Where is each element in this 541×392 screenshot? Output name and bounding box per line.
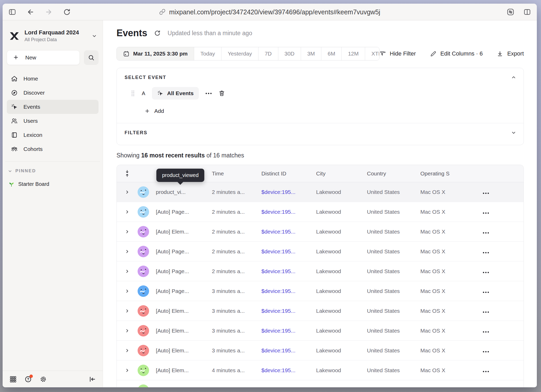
event-name-cell: [Auto] Elem... — [156, 328, 212, 334]
table-row[interactable]: [Auto] Page... 2 minutes a... $device:19… — [117, 202, 524, 222]
distinct-id-link[interactable]: $device:195... — [261, 288, 316, 294]
updated-status: Updated less than a minute ago — [168, 30, 252, 37]
row-more-options-icon[interactable] — [483, 232, 489, 234]
custom-date-button[interactable]: Mar 11, 2025 3:30 pm — [117, 47, 194, 60]
date-range-label: 3M — [307, 51, 315, 57]
expand-row-icon[interactable] — [125, 269, 130, 274]
sidebar-item-users[interactable]: Users — [7, 114, 99, 128]
distinct-id-link[interactable]: $device:195... — [261, 347, 316, 354]
row-more-options-icon[interactable] — [483, 331, 489, 333]
event-avatar — [138, 246, 149, 257]
column-header-time[interactable]: Time — [212, 170, 261, 177]
sidebar-item-label: Cohorts — [23, 146, 43, 152]
column-header-distinct-id[interactable]: Distinct ID — [261, 170, 316, 177]
table-row[interactable]: product_vi... 2 minutes a... $device:195… — [117, 182, 524, 202]
row-more-options-icon[interactable] — [483, 252, 489, 253]
distinct-id-link[interactable]: $device:195... — [261, 328, 316, 334]
date-range-button[interactable]: 6M — [321, 47, 341, 60]
date-range-button[interactable]: 12M — [341, 47, 365, 60]
split-view-icon[interactable] — [523, 8, 531, 16]
table-row[interactable]: [Auto] Elem... 2 minutes a... $device:19… — [117, 222, 524, 242]
date-range-button[interactable]: 30D — [278, 47, 301, 60]
row-more-options-icon[interactable] — [483, 371, 489, 372]
back-icon[interactable] — [27, 8, 34, 16]
sidebar-item-home[interactable]: Home — [7, 72, 99, 86]
table-row[interactable]: [Auto] Elem... 3 minutes a... $device:19… — [117, 341, 524, 360]
distinct-id-link[interactable]: $device:195... — [261, 367, 316, 373]
date-range-button[interactable]: XTD — [365, 47, 379, 60]
table-row[interactable]: [Auto] Elem... 3 minutes a... $device:19… — [117, 321, 524, 341]
add-event-button[interactable]: Add — [144, 108, 516, 114]
pinned-item-starter-board[interactable]: Starter Board — [8, 181, 103, 187]
distinct-id-link[interactable]: $device:195... — [261, 268, 316, 274]
row-more-options-icon[interactable] — [483, 272, 489, 273]
address-bar[interactable]: mixpanel.com/project/3472420/view/397469… — [159, 8, 380, 16]
event-selector-pill[interactable]: All Events — [152, 87, 199, 100]
pinned-section-header[interactable]: PINNED — [8, 168, 103, 174]
table-row[interactable]: [Auto] Elem... 3 minutes a... $device:19… — [117, 301, 524, 321]
delete-event-icon[interactable] — [218, 90, 225, 97]
distinct-id-link[interactable]: $device:195... — [261, 209, 316, 215]
help-button[interactable]: ? — [24, 376, 32, 383]
city-cell: Lakewood — [316, 347, 367, 354]
table-row[interactable]: [Auto] Elem... 4 minutes a... $device:19… — [117, 360, 524, 380]
distinct-id-link[interactable]: $device:195... — [261, 248, 316, 255]
date-range-label: 6M — [328, 51, 335, 57]
sidebar-item-discover[interactable]: Discover — [7, 86, 99, 100]
event-more-options-icon[interactable] — [206, 93, 212, 94]
table-row[interactable]: [Auto] Page... 3 minutes a... $device:19… — [117, 281, 524, 301]
expand-row-icon[interactable] — [125, 328, 130, 333]
sidebar-item-events[interactable]: Events — [7, 100, 99, 114]
table-row[interactable]: [Auto] Page... 2 minutes a... $device:19… — [117, 261, 524, 281]
sidebar-item-cohorts[interactable]: Cohorts — [7, 142, 99, 156]
apps-grid-icon[interactable] — [9, 376, 17, 383]
country-cell: United States — [367, 328, 420, 334]
column-header-city[interactable]: City — [316, 170, 367, 177]
distinct-id-link[interactable]: $device:195... — [261, 229, 316, 235]
date-range-button[interactable]: Yesterday — [221, 47, 258, 60]
collapse-section-icon[interactable] — [511, 75, 516, 80]
expand-section-icon[interactable] — [511, 130, 516, 135]
column-header-os[interactable]: Operating S — [420, 170, 475, 177]
reload-icon[interactable] — [63, 8, 71, 16]
settings-gear-icon[interactable] — [40, 376, 47, 383]
expand-row-icon[interactable] — [125, 309, 130, 313]
expand-row-icon[interactable] — [125, 348, 130, 353]
row-more-options-icon[interactable] — [483, 193, 489, 194]
sidebar-item-lexicon[interactable]: Lexicon — [7, 128, 99, 142]
new-button[interactable]: New — [7, 50, 80, 65]
edit-columns-button[interactable]: Edit Columns · 6 — [430, 50, 483, 57]
date-range-button[interactable]: Today — [194, 47, 221, 60]
expand-row-icon[interactable] — [125, 249, 130, 254]
browser-sidebar-toggle-icon[interactable] — [8, 8, 16, 16]
column-header-country[interactable]: Country — [367, 170, 420, 177]
hide-filter-button[interactable]: Hide Filter — [379, 50, 416, 57]
expand-row-icon[interactable] — [125, 368, 130, 373]
project-switcher[interactable]: Lord Farquaad 2024 All Project Data — [8, 29, 97, 42]
expand-row-icon[interactable] — [125, 190, 130, 194]
row-more-options-icon[interactable] — [483, 212, 489, 214]
date-range-button[interactable]: 3M — [301, 47, 321, 60]
date-range-button[interactable]: 7D — [258, 47, 278, 60]
sort-time-icon[interactable] — [125, 170, 130, 177]
table-row[interactable] — [117, 380, 524, 387]
export-button[interactable]: Export — [497, 50, 524, 57]
expand-row-icon[interactable] — [125, 289, 130, 293]
collapse-sidebar-icon[interactable] — [89, 376, 96, 383]
row-more-options-icon[interactable] — [483, 311, 489, 313]
distinct-id-link[interactable]: $device:195... — [261, 189, 316, 195]
page-title: Events — [116, 28, 147, 39]
table-row[interactable]: [Auto] Page... 2 minutes a... $device:19… — [117, 242, 524, 261]
distinct-id-link[interactable]: $device:195... — [261, 308, 316, 314]
forward-icon[interactable] — [45, 8, 53, 16]
refresh-icon[interactable] — [154, 30, 161, 36]
book-icon — [11, 132, 18, 138]
expand-row-icon[interactable] — [125, 210, 130, 214]
page-settings-icon[interactable] — [507, 8, 514, 16]
expand-row-icon[interactable] — [125, 229, 130, 234]
search-button[interactable] — [84, 50, 99, 65]
hide-filter-label: Hide Filter — [390, 50, 416, 57]
drag-handle-icon[interactable] — [131, 90, 135, 97]
row-more-options-icon[interactable] — [483, 292, 489, 293]
row-more-options-icon[interactable] — [483, 351, 489, 352]
